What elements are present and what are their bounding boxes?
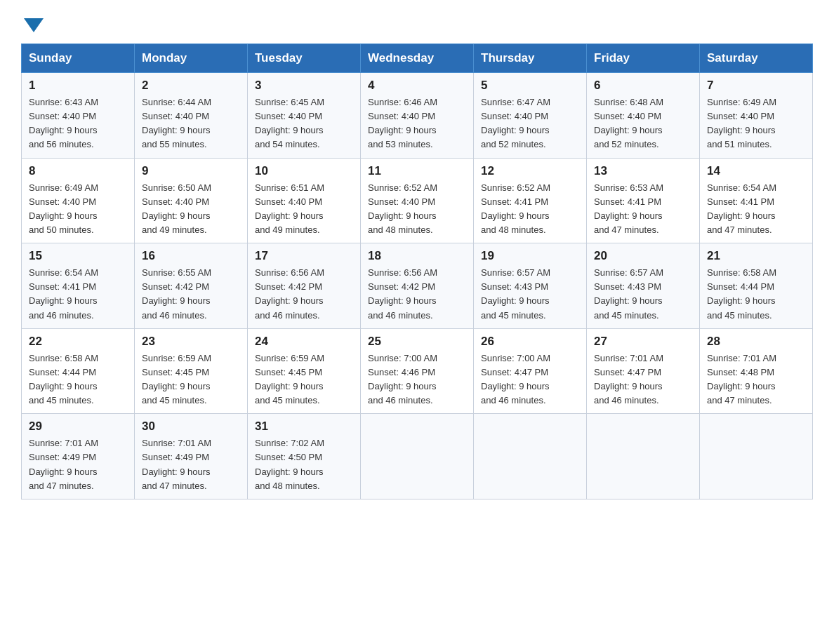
day-number: 25 (368, 335, 466, 349)
day-info: Sunrise: 6:52 AMSunset: 4:41 PMDaylight:… (481, 181, 579, 238)
day-number: 13 (594, 164, 692, 178)
day-number: 6 (594, 79, 692, 93)
day-number: 21 (707, 249, 805, 263)
day-number: 22 (29, 335, 127, 349)
day-of-week-header: Friday (587, 44, 700, 73)
calendar-week-row: 29Sunrise: 7:01 AMSunset: 4:49 PMDayligh… (22, 414, 813, 499)
calendar-cell: 7Sunrise: 6:49 AMSunset: 4:40 PMDaylight… (700, 73, 813, 159)
day-info: Sunrise: 6:57 AMSunset: 4:43 PMDaylight:… (481, 266, 579, 323)
day-of-week-header: Thursday (474, 44, 587, 73)
day-info: Sunrise: 6:58 AMSunset: 4:44 PMDaylight:… (707, 266, 805, 323)
calendar-cell: 1Sunrise: 6:43 AMSunset: 4:40 PMDaylight… (22, 73, 135, 159)
day-info: Sunrise: 7:01 AMSunset: 4:49 PMDaylight:… (29, 436, 127, 493)
calendar-cell (474, 414, 587, 499)
calendar-cell: 9Sunrise: 6:50 AMSunset: 4:40 PMDaylight… (135, 158, 248, 243)
day-number: 7 (707, 79, 805, 93)
day-number: 23 (142, 335, 240, 349)
calendar-cell: 6Sunrise: 6:48 AMSunset: 4:40 PMDaylight… (587, 73, 700, 159)
logo-triangle-icon (24, 18, 44, 32)
day-info: Sunrise: 6:45 AMSunset: 4:40 PMDaylight:… (255, 95, 353, 152)
day-info: Sunrise: 7:01 AMSunset: 4:49 PMDaylight:… (142, 436, 240, 493)
calendar-cell: 21Sunrise: 6:58 AMSunset: 4:44 PMDayligh… (700, 243, 813, 329)
day-info: Sunrise: 6:56 AMSunset: 4:42 PMDaylight:… (255, 266, 353, 323)
day-info: Sunrise: 7:01 AMSunset: 4:47 PMDaylight:… (594, 351, 692, 408)
calendar-cell: 28Sunrise: 7:01 AMSunset: 4:48 PMDayligh… (700, 328, 813, 414)
calendar-cell: 18Sunrise: 6:56 AMSunset: 4:42 PMDayligh… (361, 243, 474, 329)
calendar-week-row: 15Sunrise: 6:54 AMSunset: 4:41 PMDayligh… (22, 243, 813, 329)
calendar-cell: 12Sunrise: 6:52 AMSunset: 4:41 PMDayligh… (474, 158, 587, 243)
day-number: 16 (142, 249, 240, 263)
day-info: Sunrise: 6:59 AMSunset: 4:45 PMDaylight:… (255, 351, 353, 408)
calendar-cell: 11Sunrise: 6:52 AMSunset: 4:40 PMDayligh… (361, 158, 474, 243)
calendar-cell: 26Sunrise: 7:00 AMSunset: 4:47 PMDayligh… (474, 328, 587, 414)
day-info: Sunrise: 6:48 AMSunset: 4:40 PMDaylight:… (594, 95, 692, 152)
calendar-cell: 13Sunrise: 6:53 AMSunset: 4:41 PMDayligh… (587, 158, 700, 243)
calendar-cell: 23Sunrise: 6:59 AMSunset: 4:45 PMDayligh… (135, 328, 248, 414)
day-info: Sunrise: 6:44 AMSunset: 4:40 PMDaylight:… (142, 95, 240, 152)
calendar-cell: 22Sunrise: 6:58 AMSunset: 4:44 PMDayligh… (22, 328, 135, 414)
days-of-week-row: SundayMondayTuesdayWednesdayThursdayFrid… (22, 44, 813, 73)
day-number: 29 (29, 420, 127, 434)
calendar-table: SundayMondayTuesdayWednesdayThursdayFrid… (21, 43, 813, 499)
calendar-cell: 29Sunrise: 7:01 AMSunset: 4:49 PMDayligh… (22, 414, 135, 499)
day-number: 19 (481, 249, 579, 263)
calendar-cell: 25Sunrise: 7:00 AMSunset: 4:46 PMDayligh… (361, 328, 474, 414)
day-number: 24 (255, 335, 353, 349)
day-number: 8 (29, 164, 127, 178)
calendar-cell: 20Sunrise: 6:57 AMSunset: 4:43 PMDayligh… (587, 243, 700, 329)
day-number: 5 (481, 79, 579, 93)
calendar-cell: 3Sunrise: 6:45 AMSunset: 4:40 PMDaylight… (248, 73, 361, 159)
calendar-cell (587, 414, 700, 499)
day-of-week-header: Saturday (700, 44, 813, 73)
day-number: 15 (29, 249, 127, 263)
day-number: 12 (481, 164, 579, 178)
day-of-week-header: Sunday (22, 44, 135, 73)
day-info: Sunrise: 6:50 AMSunset: 4:40 PMDaylight:… (142, 181, 240, 238)
calendar-cell: 10Sunrise: 6:51 AMSunset: 4:40 PMDayligh… (248, 158, 361, 243)
calendar-body: 1Sunrise: 6:43 AMSunset: 4:40 PMDaylight… (22, 73, 813, 499)
day-of-week-header: Monday (135, 44, 248, 73)
day-of-week-header: Tuesday (248, 44, 361, 73)
calendar-week-row: 8Sunrise: 6:49 AMSunset: 4:40 PMDaylight… (22, 158, 813, 243)
calendar-cell: 4Sunrise: 6:46 AMSunset: 4:40 PMDaylight… (361, 73, 474, 159)
day-info: Sunrise: 6:53 AMSunset: 4:41 PMDaylight:… (594, 181, 692, 238)
calendar-cell: 15Sunrise: 6:54 AMSunset: 4:41 PMDayligh… (22, 243, 135, 329)
calendar-cell: 14Sunrise: 6:54 AMSunset: 4:41 PMDayligh… (700, 158, 813, 243)
day-number: 17 (255, 249, 353, 263)
day-info: Sunrise: 6:59 AMSunset: 4:45 PMDaylight:… (142, 351, 240, 408)
day-number: 2 (142, 79, 240, 93)
day-number: 14 (707, 164, 805, 178)
calendar-header: SundayMondayTuesdayWednesdayThursdayFrid… (22, 44, 813, 73)
day-info: Sunrise: 6:49 AMSunset: 4:40 PMDaylight:… (29, 181, 127, 238)
calendar-cell: 24Sunrise: 6:59 AMSunset: 4:45 PMDayligh… (248, 328, 361, 414)
calendar-cell: 27Sunrise: 7:01 AMSunset: 4:47 PMDayligh… (587, 328, 700, 414)
day-info: Sunrise: 6:43 AMSunset: 4:40 PMDaylight:… (29, 95, 127, 152)
day-info: Sunrise: 7:01 AMSunset: 4:48 PMDaylight:… (707, 351, 805, 408)
page-header (21, 14, 813, 31)
day-number: 1 (29, 79, 127, 93)
calendar-cell: 5Sunrise: 6:47 AMSunset: 4:40 PMDaylight… (474, 73, 587, 159)
day-number: 10 (255, 164, 353, 178)
calendar-cell (700, 414, 813, 499)
calendar-cell: 17Sunrise: 6:56 AMSunset: 4:42 PMDayligh… (248, 243, 361, 329)
calendar-week-row: 22Sunrise: 6:58 AMSunset: 4:44 PMDayligh… (22, 328, 813, 414)
day-number: 26 (481, 335, 579, 349)
day-number: 4 (368, 79, 466, 93)
calendar-cell: 8Sunrise: 6:49 AMSunset: 4:40 PMDaylight… (22, 158, 135, 243)
logo (21, 14, 44, 31)
day-number: 9 (142, 164, 240, 178)
day-info: Sunrise: 6:58 AMSunset: 4:44 PMDaylight:… (29, 351, 127, 408)
calendar-cell: 16Sunrise: 6:55 AMSunset: 4:42 PMDayligh… (135, 243, 248, 329)
day-info: Sunrise: 6:51 AMSunset: 4:40 PMDaylight:… (255, 181, 353, 238)
day-info: Sunrise: 7:00 AMSunset: 4:47 PMDaylight:… (481, 351, 579, 408)
day-info: Sunrise: 7:00 AMSunset: 4:46 PMDaylight:… (368, 351, 466, 408)
day-of-week-header: Wednesday (361, 44, 474, 73)
calendar-cell: 31Sunrise: 7:02 AMSunset: 4:50 PMDayligh… (248, 414, 361, 499)
day-number: 20 (594, 249, 692, 263)
day-info: Sunrise: 6:54 AMSunset: 4:41 PMDaylight:… (707, 181, 805, 238)
calendar-cell: 2Sunrise: 6:44 AMSunset: 4:40 PMDaylight… (135, 73, 248, 159)
day-info: Sunrise: 6:55 AMSunset: 4:42 PMDaylight:… (142, 266, 240, 323)
calendar-week-row: 1Sunrise: 6:43 AMSunset: 4:40 PMDaylight… (22, 73, 813, 159)
calendar-cell: 30Sunrise: 7:01 AMSunset: 4:49 PMDayligh… (135, 414, 248, 499)
day-info: Sunrise: 7:02 AMSunset: 4:50 PMDaylight:… (255, 436, 353, 493)
